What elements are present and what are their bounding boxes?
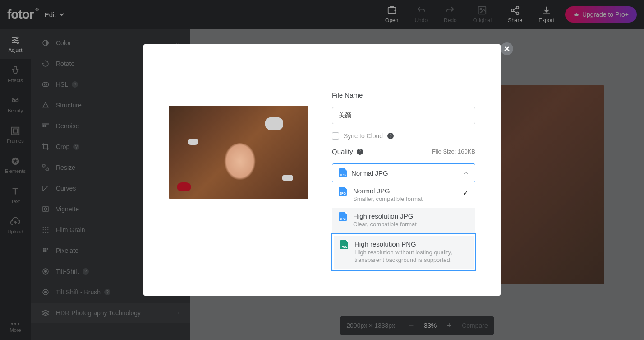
check-icon: ✓ bbox=[463, 189, 469, 197]
close-button[interactable] bbox=[501, 42, 513, 55]
option-subtitle: High resolution without losting quality,… bbox=[354, 249, 467, 264]
chevron-up-icon bbox=[463, 170, 469, 176]
option-subtitle: Clear, compatible format bbox=[353, 221, 469, 228]
jpg-icon: JPG bbox=[339, 212, 347, 221]
png-icon: PNG bbox=[340, 240, 348, 249]
help-icon[interactable]: ? bbox=[387, 133, 394, 139]
quality-dropdown: JPGNormal JPGSmaller, compatible format✓… bbox=[332, 182, 475, 270]
sync-row: Sync to Cloud ? bbox=[332, 132, 475, 140]
modal-overlay: File Name Sync to Cloud ? Quality ? File… bbox=[0, 0, 644, 340]
highlighted-option: PNGHigh resolution PNGHigh resolution wi… bbox=[331, 233, 476, 271]
file-size: File Size: 160KB bbox=[432, 148, 475, 155]
quality-row: Quality ? File Size: 160KB bbox=[332, 148, 475, 155]
sync-label: Sync to Cloud bbox=[344, 132, 383, 140]
filename-label: File Name bbox=[332, 91, 475, 99]
selected-quality: Normal JPG bbox=[351, 169, 459, 177]
quality-option-1[interactable]: JPGHigh resolution JPGClear, compatible … bbox=[332, 208, 475, 233]
filename-input[interactable] bbox=[332, 107, 475, 124]
jpg-icon: JPG bbox=[339, 168, 347, 177]
quality-option-0[interactable]: JPGNormal JPGSmaller, compatible format✓ bbox=[332, 182, 475, 208]
option-title: Normal JPG bbox=[353, 187, 456, 195]
close-icon bbox=[504, 46, 510, 52]
option-subtitle: Smaller, compatible format bbox=[353, 196, 456, 203]
export-modal: File Name Sync to Cloud ? Quality ? File… bbox=[143, 44, 501, 296]
quality-select[interactable]: JPG Normal JPG bbox=[332, 163, 475, 182]
export-preview bbox=[169, 106, 308, 199]
help-icon[interactable]: ? bbox=[357, 149, 363, 155]
quality-label: Quality bbox=[332, 148, 353, 155]
quality-option-2[interactable]: PNGHigh resolution PNGHigh resolution wi… bbox=[334, 236, 474, 269]
option-title: High resolution PNG bbox=[354, 240, 467, 248]
option-title: High resolution JPG bbox=[353, 212, 469, 220]
export-form: File Name Sync to Cloud ? Quality ? File… bbox=[332, 91, 475, 270]
jpg-icon: JPG bbox=[339, 187, 347, 196]
sync-checkbox[interactable] bbox=[332, 132, 339, 140]
